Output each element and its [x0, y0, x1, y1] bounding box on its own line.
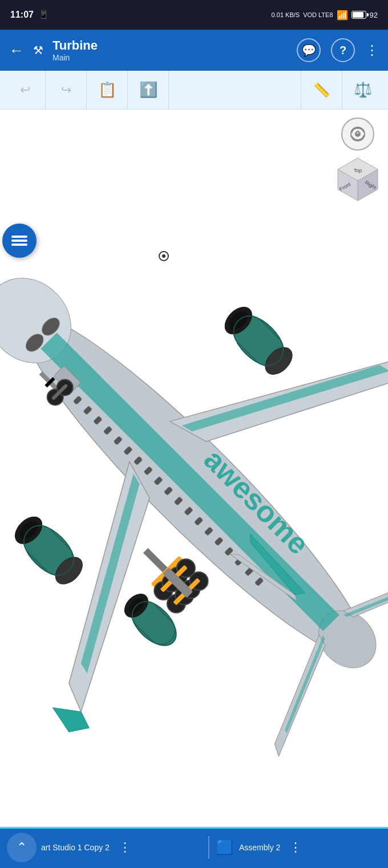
crosshair-indicator	[159, 251, 169, 261]
bottom-item-1[interactable]: art Studio 1 Copy 2 ⋮	[37, 840, 206, 855]
status-bar-right: 0.01 KB/S VOD LTE8 📶 92	[272, 10, 378, 21]
expand-button[interactable]: ⌃	[7, 833, 37, 862]
view-cube-container: Top Front Right	[332, 117, 383, 206]
redo-icon: ↪	[61, 83, 71, 98]
lte-label: VOD LTE8	[303, 11, 333, 18]
rotate-icon	[349, 125, 366, 143]
scale-button[interactable]: ⚖️	[342, 71, 383, 109]
more-options-button[interactable]: ⋮	[365, 42, 379, 58]
bottom-item-2-label: Assembly 2	[239, 843, 280, 852]
whatsapp-icon: 📱	[38, 10, 49, 20]
cube-svg: Top Front Right	[332, 155, 383, 206]
app-title: Turbine	[52, 38, 288, 53]
measure-button[interactable]: 📏	[301, 71, 342, 109]
undo-button[interactable]: ↩	[5, 71, 46, 109]
rotate-button[interactable]	[341, 117, 374, 151]
toolbar: ↩ ↪ 📋 ⬆️ 📏 ⚖️	[0, 71, 388, 109]
svg-rect-70	[143, 548, 168, 573]
redo-button[interactable]: ↪	[46, 71, 87, 109]
toolbar-spacer	[169, 71, 301, 109]
measure-icon: 📏	[313, 82, 330, 98]
bottom-bar: ⌃ art Studio 1 Copy 2 ⋮ 🟦 Assembly 2 ⋮	[0, 827, 388, 868]
layers-button[interactable]	[2, 224, 37, 258]
layers-icon	[11, 236, 27, 246]
back-button[interactable]: ←	[9, 42, 24, 59]
bottom-divider	[208, 836, 209, 859]
signal-icon: 📶	[337, 10, 348, 21]
import-button[interactable]: 📋	[87, 71, 128, 109]
status-bar-left: 11:07 📱	[10, 10, 49, 20]
bottom-bar-indicator	[0, 827, 388, 829]
bottom-item-2[interactable]: 🟦 Assembly 2 ⋮	[212, 839, 381, 855]
upload-icon: ⬆️	[139, 81, 157, 99]
airplane-svg: awesome	[0, 109, 388, 827]
assembly-cube-icon: 🟦	[216, 839, 233, 855]
chat-button[interactable]: 💬	[297, 38, 321, 62]
import-icon: 📋	[98, 81, 116, 99]
undo-icon: ↩	[20, 83, 30, 98]
help-icon: ?	[340, 44, 346, 57]
battery-pct: 92	[370, 11, 378, 19]
app-bar-actions: 💬 ? ⋮	[297, 38, 379, 62]
scale-icon: ⚖️	[354, 81, 372, 99]
app-subtitle: Main	[52, 53, 288, 62]
menu-icon[interactable]: ⚒	[33, 43, 43, 57]
status-bar: 11:07 📱 0.01 KB/S VOD LTE8 📶 92	[0, 0, 388, 30]
bottom-item-1-label: art Studio 1 Copy 2	[41, 843, 110, 852]
network-speed: 0.01 KB/S	[272, 11, 300, 18]
svg-text:Top: Top	[354, 168, 362, 173]
bottom-item-1-more[interactable]: ⋮	[115, 840, 135, 855]
svg-rect-4	[356, 133, 359, 136]
status-time: 11:07	[10, 10, 34, 20]
help-button[interactable]: ?	[331, 38, 355, 62]
airplane-model[interactable]: awesome	[0, 109, 388, 827]
bottom-item-2-more[interactable]: ⋮	[286, 840, 305, 855]
svg-marker-43	[48, 696, 93, 740]
battery-indicator	[351, 11, 366, 19]
view-cube[interactable]: Top Front Right	[332, 155, 383, 206]
upload-button[interactable]: ⬆️	[128, 71, 169, 109]
app-bar: ← ⚒ Turbine Main 💬 ? ⋮	[0, 30, 388, 71]
app-title-group: Turbine Main	[52, 38, 288, 62]
canvas-area[interactable]: Top Front Right	[0, 109, 388, 827]
